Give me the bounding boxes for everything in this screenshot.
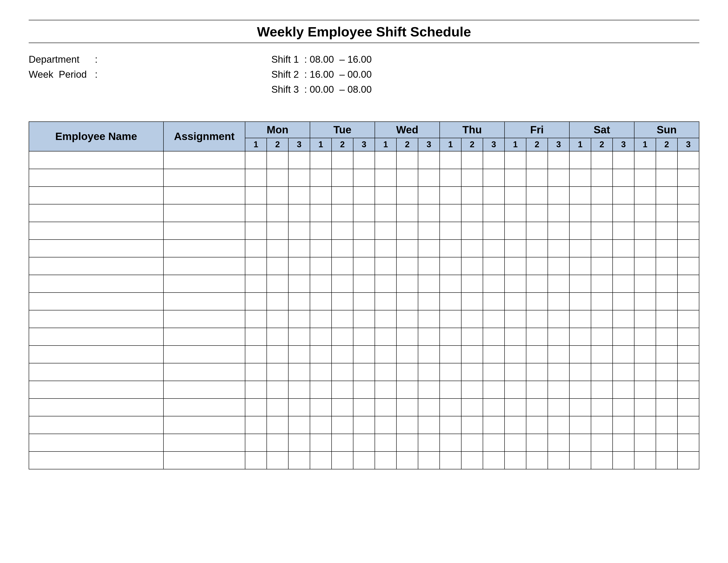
cell-shift[interactable] [310, 328, 332, 346]
cell-shift[interactable] [418, 257, 440, 275]
cell-shift[interactable] [353, 293, 375, 310]
cell-shift[interactable] [591, 346, 613, 363]
cell-shift[interactable] [353, 169, 375, 186]
cell-shift[interactable] [483, 239, 505, 257]
cell-shift[interactable] [656, 222, 677, 239]
cell-shift[interactable] [288, 239, 310, 257]
cell-assignment[interactable] [163, 452, 245, 469]
cell-shift[interactable] [440, 310, 461, 328]
cell-shift[interactable] [375, 328, 396, 346]
cell-shift[interactable] [245, 222, 267, 239]
cell-shift[interactable] [461, 293, 483, 310]
cell-shift[interactable] [613, 239, 634, 257]
cell-shift[interactable] [677, 293, 699, 310]
cell-shift[interactable] [656, 328, 677, 346]
cell-shift[interactable] [375, 363, 396, 381]
cell-shift[interactable] [353, 416, 375, 434]
cell-shift[interactable] [505, 151, 526, 169]
cell-shift[interactable] [267, 310, 288, 328]
cell-shift[interactable] [396, 328, 418, 346]
cell-shift[interactable] [505, 222, 526, 239]
cell-assignment[interactable] [163, 416, 245, 434]
cell-assignment[interactable] [163, 381, 245, 399]
cell-shift[interactable] [634, 186, 656, 204]
cell-shift[interactable] [526, 222, 548, 239]
cell-shift[interactable] [332, 186, 353, 204]
cell-shift[interactable] [634, 346, 656, 363]
cell-shift[interactable] [375, 275, 396, 293]
cell-shift[interactable] [677, 169, 699, 186]
cell-shift[interactable] [288, 151, 310, 169]
cell-shift[interactable] [288, 434, 310, 452]
cell-shift[interactable] [634, 275, 656, 293]
cell-shift[interactable] [591, 151, 613, 169]
cell-shift[interactable] [526, 381, 548, 399]
cell-shift[interactable] [245, 239, 267, 257]
cell-shift[interactable] [505, 346, 526, 363]
cell-shift[interactable] [613, 257, 634, 275]
cell-shift[interactable] [418, 151, 440, 169]
cell-shift[interactable] [526, 346, 548, 363]
cell-shift[interactable] [569, 186, 591, 204]
cell-shift[interactable] [396, 293, 418, 310]
cell-assignment[interactable] [163, 363, 245, 381]
cell-shift[interactable] [245, 257, 267, 275]
cell-shift[interactable] [569, 381, 591, 399]
cell-shift[interactable] [245, 169, 267, 186]
cell-shift[interactable] [591, 399, 613, 416]
cell-shift[interactable] [569, 293, 591, 310]
cell-shift[interactable] [332, 257, 353, 275]
cell-shift[interactable] [375, 293, 396, 310]
cell-shift[interactable] [375, 239, 396, 257]
cell-shift[interactable] [526, 310, 548, 328]
cell-shift[interactable] [526, 239, 548, 257]
cell-shift[interactable] [267, 239, 288, 257]
cell-shift[interactable] [461, 151, 483, 169]
cell-shift[interactable] [548, 416, 569, 434]
cell-shift[interactable] [396, 310, 418, 328]
cell-shift[interactable] [591, 239, 613, 257]
cell-shift[interactable] [505, 328, 526, 346]
cell-shift[interactable] [656, 257, 677, 275]
cell-shift[interactable] [418, 169, 440, 186]
cell-shift[interactable] [375, 222, 396, 239]
cell-shift[interactable] [656, 399, 677, 416]
cell-shift[interactable] [526, 151, 548, 169]
cell-shift[interactable] [591, 328, 613, 346]
cell-shift[interactable] [461, 399, 483, 416]
cell-shift[interactable] [353, 363, 375, 381]
cell-shift[interactable] [634, 310, 656, 328]
cell-shift[interactable] [505, 275, 526, 293]
cell-employee[interactable] [29, 452, 163, 469]
cell-shift[interactable] [656, 204, 677, 222]
cell-shift[interactable] [267, 363, 288, 381]
cell-shift[interactable] [548, 293, 569, 310]
cell-shift[interactable] [461, 222, 483, 239]
cell-shift[interactable] [461, 416, 483, 434]
cell-shift[interactable] [656, 434, 677, 452]
cell-shift[interactable] [375, 399, 396, 416]
cell-shift[interactable] [656, 186, 677, 204]
cell-shift[interactable] [548, 381, 569, 399]
cell-shift[interactable] [353, 381, 375, 399]
cell-shift[interactable] [461, 257, 483, 275]
cell-shift[interactable] [375, 204, 396, 222]
cell-shift[interactable] [353, 452, 375, 469]
cell-shift[interactable] [526, 328, 548, 346]
cell-assignment[interactable] [163, 186, 245, 204]
cell-employee[interactable] [29, 434, 163, 452]
cell-shift[interactable] [461, 381, 483, 399]
cell-shift[interactable] [569, 363, 591, 381]
cell-shift[interactable] [505, 310, 526, 328]
cell-shift[interactable] [569, 346, 591, 363]
cell-shift[interactable] [440, 169, 461, 186]
cell-shift[interactable] [656, 310, 677, 328]
cell-shift[interactable] [396, 204, 418, 222]
cell-shift[interactable] [332, 151, 353, 169]
cell-shift[interactable] [634, 434, 656, 452]
cell-shift[interactable] [288, 186, 310, 204]
cell-shift[interactable] [332, 293, 353, 310]
cell-shift[interactable] [548, 257, 569, 275]
cell-shift[interactable] [288, 275, 310, 293]
cell-shift[interactable] [569, 310, 591, 328]
